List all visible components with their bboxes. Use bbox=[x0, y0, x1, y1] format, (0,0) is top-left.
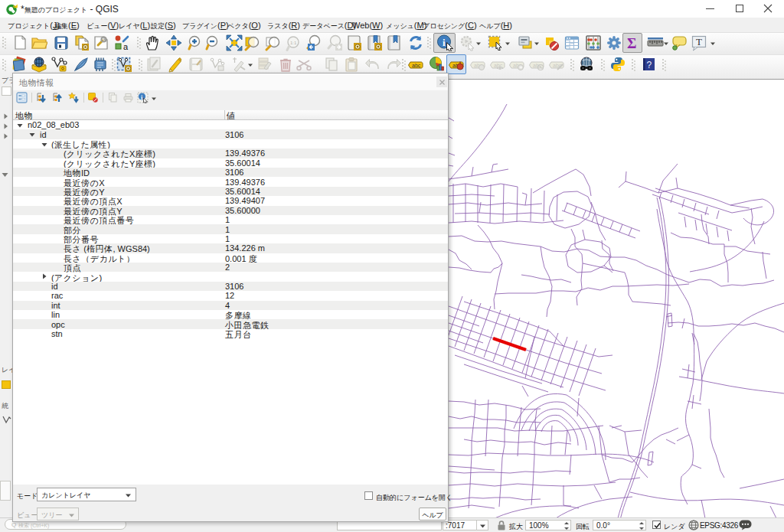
svg-text:Σ: Σ bbox=[627, 35, 636, 51]
svg-text:?: ? bbox=[647, 60, 652, 70]
svg-text:a: a bbox=[123, 42, 129, 51]
svg-text:1:1: 1:1 bbox=[290, 41, 297, 45]
svg-text:i: i bbox=[443, 37, 446, 48]
svg-text:abc: abc bbox=[412, 63, 421, 68]
svg-text:T: T bbox=[696, 36, 702, 47]
